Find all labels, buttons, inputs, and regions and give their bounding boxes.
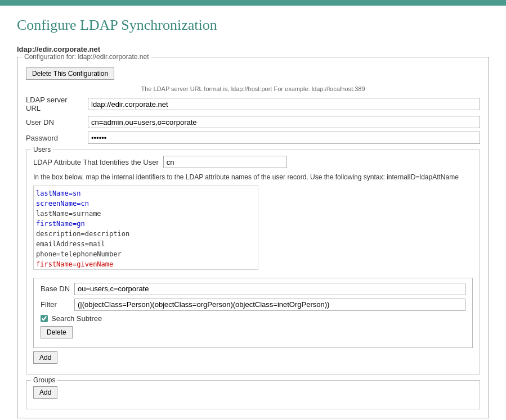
server-label: ldap://edir.corporate.net [17, 45, 489, 53]
mapping-line-3: lastName=surname [36, 210, 101, 218]
user-dn-input[interactable] [88, 116, 480, 128]
filter-label: Filter [41, 300, 74, 309]
mapping-line-4: firstName=gn [36, 220, 85, 228]
base-dn-input[interactable] [74, 283, 465, 295]
search-subtree-row: Search Subtree [41, 314, 465, 323]
users-sub-fieldset: Base DN Filter Search Subtree Delete [33, 278, 473, 348]
password-input[interactable] [88, 132, 480, 144]
base-dn-row: Base DN [41, 283, 465, 295]
mapping-line-7: phone=telephoneNumber [36, 250, 122, 258]
delete-config-button[interactable]: Delete This Configuration [26, 67, 114, 80]
hint-text: The LDAP server URL format is, ldap://ho… [26, 85, 480, 92]
search-subtree-checkbox[interactable] [41, 315, 48, 322]
mapping-line-6: emailAddress=mail [36, 240, 105, 248]
ldap-server-url-input[interactable] [88, 98, 480, 110]
mapping-hint: In the box below, map the internal ident… [33, 173, 473, 182]
mapping-line-5: description=description [36, 230, 129, 238]
top-bar [0, 0, 506, 6]
user-dn-label: User DN [26, 118, 88, 127]
filter-row: Filter [41, 299, 465, 311]
ldap-attr-input[interactable] [163, 156, 287, 168]
ldap-attr-row: LDAP Attribute That Identifies the User [33, 156, 473, 168]
main-fieldset: Configuration for: ldap://edir.corporate… [17, 57, 489, 418]
filter-input[interactable] [74, 299, 465, 311]
page-title: Configure LDAP Synchronization [17, 17, 489, 34]
users-fieldset: Users LDAP Attribute That Identifies the… [26, 150, 480, 374]
mapping-line-2: screenName=cn [36, 200, 89, 207]
mapping-text: lastName=sn screenName=cn lastName=surna… [36, 188, 256, 269]
add-groups-button[interactable]: Add [33, 386, 57, 399]
groups-fieldset: Groups Add [26, 380, 480, 409]
ldap-server-url-label: LDAP server URL [26, 96, 88, 112]
ldap-attr-label: LDAP Attribute That Identifies the User [33, 158, 159, 166]
password-row: Password [26, 132, 480, 144]
delete-button[interactable]: Delete [41, 326, 73, 338]
fieldset-legend: Configuration for: ldap://edir.corporate… [22, 53, 151, 61]
user-dn-row: User DN [26, 116, 480, 128]
ldap-server-url-row: LDAP server URL [26, 96, 480, 112]
password-label: Password [26, 134, 88, 142]
users-legend: Users [31, 146, 53, 153]
base-dn-label: Base DN [41, 284, 74, 293]
groups-legend: Groups [31, 376, 57, 384]
mapping-textarea-wrapper[interactable]: lastName=sn screenName=cn lastName=surna… [33, 186, 258, 270]
mapping-line-1: lastName=sn [36, 189, 80, 197]
page-container: Configure LDAP Synchronization ldap://ed… [0, 6, 506, 420]
mapping-line-8: firstName=givenName [36, 260, 113, 268]
add-users-button[interactable]: Add [33, 351, 57, 364]
search-subtree-label: Search Subtree [51, 314, 102, 323]
